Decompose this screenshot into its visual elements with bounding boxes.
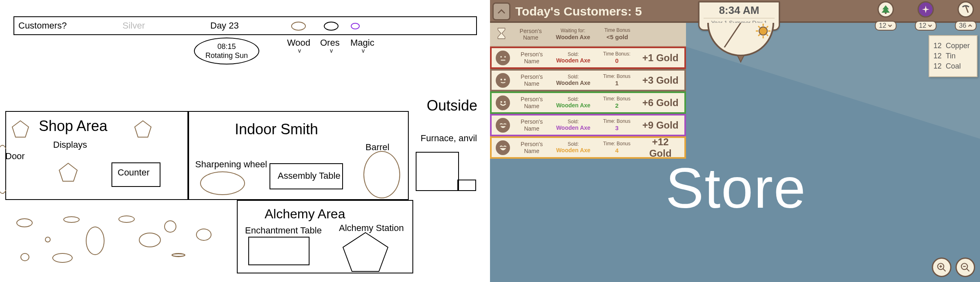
face-icon	[496, 140, 510, 155]
sundial-widget	[700, 23, 782, 68]
ore-row: 12Coal	[933, 62, 973, 71]
zoom-in-button[interactable]	[932, 258, 951, 277]
clock-oval: 08:15 Rotating Sun	[194, 38, 259, 64]
barrel-icon	[363, 151, 400, 198]
svg-marker-3	[343, 233, 388, 271]
customer-row[interactable]: Person'sNameSold:Wooden AxeTime: Bonus2+…	[490, 91, 686, 114]
store-title: Store	[666, 155, 806, 221]
customer-row[interactable]: Person'sNameSold:Wooden AxeTime: Bonus1+…	[490, 69, 686, 91]
ore-row: 12Tin	[933, 52, 973, 60]
svg-point-23	[500, 78, 502, 80]
customer-row[interactable]: Person'sNameSold:Wooden AxeTime: Bonus4+…	[490, 136, 686, 159]
zoom-in-icon	[936, 262, 947, 273]
furnace-label: Furnace, anvil	[421, 133, 477, 144]
customer-row[interactable]: Person'sNameSold:Wooden AxeTime Bonus:0+…	[490, 47, 686, 69]
oval-decor	[164, 220, 176, 233]
ore-badge[interactable]: 36	[955, 1, 977, 23]
oval-decor	[172, 253, 185, 257]
ores-label: Ores	[320, 38, 340, 48]
clock-time: 8:34 AM	[699, 4, 779, 17]
gold-reward: +6 Gold	[640, 97, 680, 109]
oval-decor	[196, 229, 212, 241]
magic-count: 12	[919, 22, 927, 29]
svg-point-18	[498, 53, 508, 63]
customer-name: Person'sName	[516, 51, 548, 64]
customer-name: Person'sName	[516, 96, 548, 109]
svg-point-22	[498, 75, 508, 85]
customer-item: Sold:Wooden Axe	[553, 97, 593, 109]
customer-item: Sold:Wooden Axe	[553, 119, 593, 131]
oval-decor	[118, 215, 135, 223]
svg-point-29	[498, 143, 508, 153]
v-mark: v	[362, 47, 365, 54]
design-sketch-panel: Customers? Silver Day 23 Wood Ores Magic…	[0, 0, 490, 282]
zoom-controls	[932, 258, 975, 277]
customer-row[interactable]: Person'sNameWaiting for:Wooden AxeTime B…	[490, 23, 686, 47]
station-pentagon-icon	[343, 233, 388, 271]
clock-time: 08:15	[195, 42, 258, 51]
oval-decor	[63, 216, 80, 223]
oval-decor	[52, 253, 73, 263]
customer-name: Person'sName	[516, 73, 548, 87]
v-mark: v	[298, 47, 301, 54]
pickaxe-icon	[961, 4, 971, 14]
magic-pill-icon	[351, 23, 360, 29]
collapse-customers-button[interactable]	[492, 2, 510, 20]
customer-name: Person'sName	[516, 141, 548, 154]
customer-rows: Person'sNameWaiting for:Wooden AxeTime B…	[490, 23, 686, 159]
zoom-out-button[interactable]	[956, 258, 975, 277]
sharp-label: Sharpening wheel	[195, 159, 267, 170]
wood-count: 12	[879, 22, 886, 29]
face-icon	[496, 95, 510, 110]
clock-sun-label: Rotating Sun	[195, 51, 258, 60]
pentagon-icon	[59, 163, 77, 181]
face-icon	[496, 73, 510, 88]
oval-decor	[16, 218, 33, 227]
svg-rect-19	[500, 56, 501, 57]
outside-title: Outside	[427, 97, 477, 114]
magic-badge[interactable]: 12	[915, 1, 937, 23]
station-label: Alchemy Station	[339, 223, 404, 233]
svg-line-17	[966, 6, 968, 13]
customer-name: Person'sName	[514, 28, 547, 41]
svg-point-24	[504, 78, 506, 80]
counter-label: Counter	[118, 167, 149, 178]
v-mark: v	[330, 47, 333, 54]
customer-item: Sold:Wooden Axe	[553, 142, 593, 154]
oval-decor	[86, 226, 105, 255]
time-bonus: Time: Bonus1	[599, 74, 635, 87]
chevron-down-icon	[887, 23, 892, 28]
oval-decor	[139, 233, 161, 247]
oval-decor	[20, 253, 29, 261]
svg-line-35	[967, 269, 969, 271]
face-icon	[496, 51, 510, 65]
gold-reward: +9 Gold	[640, 120, 680, 131]
customers-label: Customers?	[18, 20, 67, 31]
customer-item: Sold:Wooden Axe	[553, 52, 593, 64]
svg-marker-15	[882, 5, 890, 13]
face-icon	[496, 118, 510, 133]
tree-icon	[881, 4, 891, 14]
customer-row[interactable]: Person'sNameSold:Wooden AxeTime: Bonus3+…	[490, 114, 686, 136]
gold-reward: +1 Gold	[640, 52, 680, 64]
smith-title: Indoor Smith	[235, 121, 318, 138]
customers-header: Today's Customers: 5	[515, 0, 642, 23]
wood-badge[interactable]: 12	[875, 1, 897, 23]
ore-row: 12Copper	[933, 42, 973, 50]
time-bonus: Time Bonus<5 gold	[599, 28, 636, 40]
pentagon-icon	[135, 121, 151, 137]
gold-reward: +3 Gold	[640, 75, 680, 86]
sharp-wheel-icon	[200, 171, 245, 195]
ore-count: 36	[959, 22, 967, 29]
svg-line-31	[943, 269, 946, 271]
svg-point-28	[498, 120, 508, 130]
oval-decor	[45, 237, 51, 242]
enchant-label: Enchantment Table	[245, 225, 322, 236]
time-bonus: Time: Bonus2	[599, 96, 635, 109]
pointer-icon	[737, 56, 744, 62]
svg-rect-20	[504, 56, 506, 57]
barrel-label: Barrel	[365, 142, 390, 153]
customer-item: Sold:Wooden Axe	[553, 74, 593, 87]
chevron-up-icon	[497, 7, 506, 16]
pentagon-icon	[12, 121, 29, 137]
